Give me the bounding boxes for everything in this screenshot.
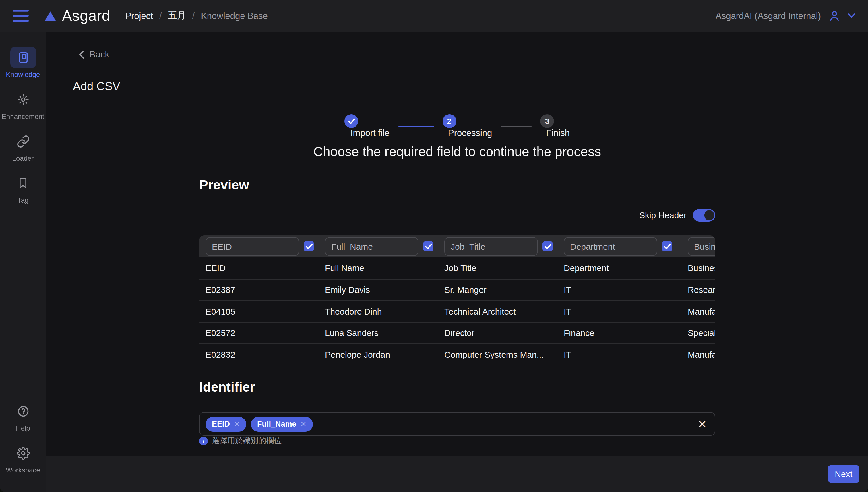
check-icon: [544, 243, 551, 249]
identifier-tags: EEID✕Full_Name✕: [205, 417, 313, 432]
tag-remove-icon[interactable]: ✕: [300, 420, 306, 428]
account-menu[interactable]: AsgardAI (Asgard Internal): [716, 10, 855, 22]
sidebar-item-knowledge[interactable]: Knowledge: [0, 47, 46, 79]
table-cell: Business: [688, 263, 715, 273]
gear-icon: [16, 446, 30, 460]
step-done-icon: [345, 114, 358, 128]
app-window: Asgard Project/五月/Knowledge Base AsgardA…: [0, 0, 868, 492]
breadcrumb-item[interactable]: 五月: [168, 10, 186, 22]
identifier-input[interactable]: EEID✕Full_Name✕ ✕: [199, 412, 715, 436]
stepper-step-1: Import file: [345, 114, 390, 138]
hamburger-menu-button[interactable]: [13, 10, 30, 22]
table-cell: Manufactu: [688, 350, 715, 360]
enhancement-icon: [16, 93, 30, 106]
help-icon: [16, 404, 30, 418]
sidebar-bottom: HelpWorkspace: [0, 400, 46, 484]
stepper-step-label: Processing: [448, 128, 492, 138]
table-cell: Department: [564, 263, 688, 273]
sidebar-item-help[interactable]: Help: [0, 400, 46, 432]
table-cell: E04105: [205, 306, 325, 316]
column-field-input[interactable]: [325, 237, 419, 256]
breadcrumb: Project/五月/Knowledge Base: [125, 10, 268, 22]
sidebar-item-label: Tag: [18, 196, 29, 204]
sidebar-item-label: Enhancement: [2, 113, 44, 121]
table-cell: E02832: [205, 350, 325, 360]
hamburger-icon: [13, 10, 30, 22]
table-cell: Director: [444, 328, 564, 338]
preview-table-body: EEIDFull NameJob TitleDepartmentBusiness…: [199, 257, 715, 365]
table-cell: IT: [564, 285, 688, 295]
user-icon: [828, 10, 840, 22]
footer-bar: Next: [47, 456, 868, 492]
stepper-step-2: 2Processing: [442, 114, 492, 138]
sidebar-item-label: Workspace: [6, 466, 40, 474]
column-checkbox[interactable]: [662, 241, 672, 251]
identifier-hint: i 選擇用於識別的欄位: [199, 436, 281, 446]
app-root: Asgard Project/五月/Knowledge Base AsgardA…: [0, 0, 868, 492]
table-cell: Speciality: [688, 328, 715, 338]
top-nav: Asgard Project/五月/Knowledge Base AsgardA…: [0, 0, 868, 31]
table-cell: Computer Systems Man...: [444, 350, 564, 360]
column-field-input[interactable]: [688, 237, 715, 256]
sidebar-item-tag[interactable]: Tag: [0, 172, 46, 204]
table-cell: Job Title: [444, 263, 564, 273]
stepper-step-label: Import file: [350, 128, 390, 138]
column-checkbox[interactable]: [304, 241, 314, 251]
step-number: 3: [540, 114, 554, 128]
table-cell: E02572: [205, 328, 325, 338]
check-icon: [305, 243, 313, 249]
breadcrumb-item[interactable]: Project: [125, 10, 153, 21]
column-checkbox[interactable]: [423, 241, 433, 251]
main-content: Back Add CSV Import file2Processing3Fini…: [47, 31, 868, 456]
skip-header-toggle[interactable]: [693, 209, 715, 221]
sidebar-item-enhancement[interactable]: Enhancement: [0, 89, 46, 121]
book-icon: [16, 51, 30, 64]
page-title: Add CSV: [73, 80, 120, 93]
next-button[interactable]: Next: [828, 465, 860, 483]
table-cell: EEID: [205, 263, 325, 273]
preview-table: EEIDFull NameJob TitleDepartmentBusiness…: [199, 236, 715, 365]
identifier-hint-text: 選擇用於識別的欄位: [212, 436, 281, 446]
table-row: E02387Emily DavisSr. MangerITResearch: [199, 279, 715, 300]
table-cell: Sr. Manger: [444, 285, 564, 295]
column-field-input[interactable]: [564, 237, 657, 256]
table-row: E04105Theodore DinhTechnical ArchitectIT…: [199, 300, 715, 322]
stepper-connector: [398, 126, 434, 127]
stepper-step-3: 3Finish: [540, 114, 570, 138]
tag-remove-icon[interactable]: ✕: [234, 420, 240, 428]
table-cell: Emily Davis: [325, 285, 444, 295]
chevron-down-icon: [848, 13, 855, 18]
sidebar-item-workspace[interactable]: Workspace: [0, 442, 46, 474]
table-cell: Research: [688, 285, 715, 295]
stepper-connector: [501, 126, 531, 127]
logo-icon: [45, 11, 56, 20]
column-header: [688, 237, 715, 256]
brand[interactable]: Asgard: [45, 7, 110, 25]
check-icon: [663, 243, 671, 249]
brand-name: Asgard: [62, 7, 110, 25]
back-button[interactable]: Back: [79, 49, 109, 60]
sidebar-item-loader[interactable]: Loader: [0, 130, 46, 163]
check-icon: [424, 243, 432, 249]
identifier-heading: Identifier: [199, 379, 255, 395]
column-field-input[interactable]: [444, 237, 538, 256]
account-name: AsgardAI (Asgard Internal): [716, 10, 821, 21]
chevron-left-icon: [79, 51, 84, 58]
sidebar: KnowledgeEnhancementLoaderTag HelpWorksp…: [0, 31, 47, 492]
table-row: E02572Luna SandersDirectorFinanceSpecial…: [199, 322, 715, 343]
column-field-input[interactable]: [205, 237, 299, 256]
identifier-clear-button[interactable]: ✕: [697, 419, 707, 429]
sidebar-item-label: Loader: [13, 154, 34, 163]
breadcrumb-item[interactable]: Knowledge Base: [201, 10, 268, 21]
table-cell: Theodore Dinh: [325, 306, 444, 316]
skip-header-label: Skip Header: [639, 211, 687, 220]
identifier-tag: Full_Name✕: [251, 417, 313, 432]
table-cell: IT: [564, 306, 688, 316]
breadcrumb-separator: /: [192, 10, 195, 21]
table-cell: Full Name: [325, 263, 444, 273]
info-icon: i: [199, 437, 208, 445]
column-checkbox[interactable]: [543, 241, 553, 251]
table-cell: Manufactu: [688, 306, 715, 316]
column-header: [205, 237, 325, 256]
table-cell: Penelope Jordan: [325, 350, 444, 360]
